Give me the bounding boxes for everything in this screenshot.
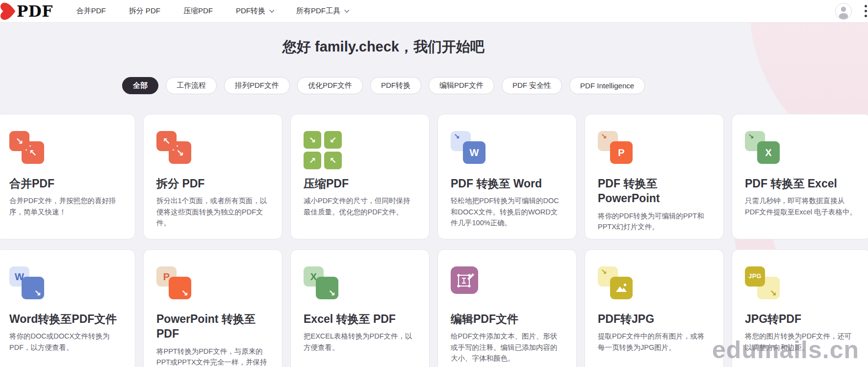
jpg-to-pdf-icon: JPG↘ [745,266,784,305]
tool-card-description: 将你的DOC或DOCX文件转换为PDF，以方便查看。 [9,331,122,353]
watermark-text: edumails.cn [712,336,859,364]
apps-grid-icon[interactable] [865,5,867,17]
tool-card-4[interactable]: ↘WPDF 转换至 Word轻松地把PDF转换为可编辑的DOC和DOCX文件。转… [437,114,577,239]
nav-item-1[interactable]: 合并PDF [77,6,106,16]
tool-card-title: 拆分 PDF [156,176,269,191]
tool-card-title: 编辑PDF文件 [451,312,563,326]
nav-item-3[interactable]: 压缩PDF [183,6,213,16]
pdf-to-excel-icon: ↘X [745,131,784,169]
nav-item-label: 拆分 PDF [129,6,160,16]
tool-card-description: 提取PDF文件中的所有图片，或将每一页转换为JPG图片。 [598,331,711,353]
tool-card-description: 给PDF文件添加文本、图片、形状或手写的注释。编辑已添加内容的大小、字体和颜色。 [451,331,563,364]
filter-pill-6[interactable]: 编辑PDF文件 [429,77,494,94]
tool-card-description: 将你的PDF转换为可编辑的PPT和PPTX幻灯片文件。 [598,210,711,233]
pdf-to-powerpoint-icon: ↘P [598,131,637,169]
chevron-down-icon [344,7,349,12]
excel-to-pdf-icon: X↘ [304,266,343,305]
nav-item-5[interactable]: 所有PDF工具 [296,6,348,16]
nav-item-label: 压缩PDF [183,6,213,16]
filter-pill-5[interactable]: PDF转换 [370,77,421,94]
tool-card-11[interactable]: ↘PDF转JPG提取PDF文件中的所有图片，或将每一页转换为JPG图片。 [585,249,724,367]
edit-pdf-icon [451,266,490,305]
tool-card-title: PDF 转换至 Word [451,176,563,191]
tool-card-title: PDF 转换至 Excel [745,176,858,191]
powerpoint-to-pdf-icon: P↘ [156,266,196,305]
tool-card-description: 将PPT转换为PDF文件，与原来的PPT或PPTX文件完全一样，并保持最佳质量。 [156,346,269,367]
word-to-pdf-icon: W↘ [9,266,49,305]
nav-item-4[interactable]: PDF转换 [236,6,273,16]
tool-card-description: 把EXCEL表格转换为PDF文件，以方便查看。 [304,331,416,353]
tool-card-title: PDF 转换至 PowerPoint [598,176,711,206]
tools-grid: ↘↖合并PDF合并PDF文件，并按照您的喜好排序，简单又快速！↖↘拆分 PDF拆… [0,114,868,367]
tool-card-title: PDF转JPG [598,312,711,326]
top-navbar: PDF 合并PDF拆分 PDF压缩PDFPDF转换所有PDF工具 [0,0,868,23]
filter-pills: 全部工作流程排列PDF文件优化PDF文件PDF转换编辑PDF文件PDF 安全性P… [0,77,767,94]
page-title: 您好 family.check，我们开始吧 [0,37,767,57]
navbar-right [835,3,868,20]
tool-card-9[interactable]: X↘Excel 转换至 PDF把EXCEL表格转换为PDF文件，以方便查看。 [290,249,430,367]
tool-card-description: 只需几秒钟，即可将数据直接从PDF文件提取至Excel 电子表格中。 [745,195,858,217]
tool-card-description: 拆分出1个页面，或者所有页面，以便将这些页面转换为独立的PDF文件。 [156,195,269,228]
main-navigation: 合并PDF拆分 PDF压缩PDFPDF转换所有PDF工具 [77,6,348,16]
tool-card-title: 合并PDF [9,176,122,191]
tool-card-10[interactable]: 编辑PDF文件给PDF文件添加文本、图片、形状或手写的注释。编辑已添加内容的大小… [437,249,577,367]
tool-card-2[interactable]: ↖↘拆分 PDF拆分出1个页面，或者所有页面，以便将这些页面转换为独立的PDF文… [143,114,282,239]
compress-pdf-icon: ↘↙↗↖ [304,131,343,169]
pdf-to-jpg-icon: ↘ [598,266,637,305]
filter-pill-2[interactable]: 工作流程 [166,77,217,94]
nav-item-label: 合并PDF [77,6,106,16]
tool-card-title: Word转换至PDF文件 [9,312,122,326]
chevron-down-icon [269,7,274,12]
image-glyph [610,277,633,299]
pdf-to-word-icon: ↘W [451,131,490,169]
filter-pill-8[interactable]: PDF Intelligence [569,77,645,94]
tool-card-title: PowerPoint 转换至 PDF [156,312,269,341]
tool-card-1[interactable]: ↘↖合并PDF合并PDF文件，并按照您的喜好排序，简单又快速！ [0,114,135,239]
tool-card-title: JPG转PDF [745,312,858,326]
logo-brand-text: PDF [17,2,53,20]
split-pdf-icon: ↖↘ [156,131,196,169]
tool-card-6[interactable]: ↘XPDF 转换至 Excel只需几秒钟，即可将数据直接从PDF文件提取至Exc… [732,114,868,239]
nav-item-label: PDF转换 [236,6,265,16]
tool-card-7[interactable]: W↘Word转换至PDF文件将你的DOC或DOCX文件转换为PDF，以方便查看。 [0,249,135,367]
heart-icon [0,1,18,22]
tool-card-description: 减小PDF文件的尺寸，但同时保持最佳质量。优化您的PDF文件。 [304,195,416,217]
tool-card-8[interactable]: P↘PowerPoint 转换至 PDF将PPT转换为PDF文件，与原来的PPT… [143,249,282,367]
filter-pill-4[interactable]: 优化PDF文件 [297,77,363,94]
person-icon [836,3,851,19]
merge-pdf-icon: ↘↖ [9,131,49,169]
nav-item-2[interactable]: 拆分 PDF [129,6,160,16]
filter-pill-3[interactable]: 排列PDF文件 [224,77,290,94]
app-logo[interactable]: PDF [0,1,53,22]
tool-card-title: 压缩PDF [304,176,416,191]
tool-card-5[interactable]: ↘PPDF 转换至 PowerPoint将你的PDF转换为可编辑的PPT和PPT… [585,114,724,239]
tool-card-3[interactable]: ↘↙↗↖压缩PDF减小PDF文件的尺寸，但同时保持最佳质量。优化您的PDF文件。 [290,114,430,239]
tool-card-description: 轻松地把PDF转换为可编辑的DOC和DOCX文件。转换后的WORD文件几乎100… [451,195,563,228]
nav-item-label: 所有PDF工具 [296,6,340,16]
filter-pill-7[interactable]: PDF 安全性 [502,77,562,94]
user-avatar[interactable] [835,3,852,20]
tool-card-title: Excel 转换至 PDF [304,312,416,326]
tool-card-description: 合并PDF文件，并按照您的喜好排序，简单又快速！ [9,195,122,217]
filter-pill-1[interactable]: 全部 [122,77,158,94]
